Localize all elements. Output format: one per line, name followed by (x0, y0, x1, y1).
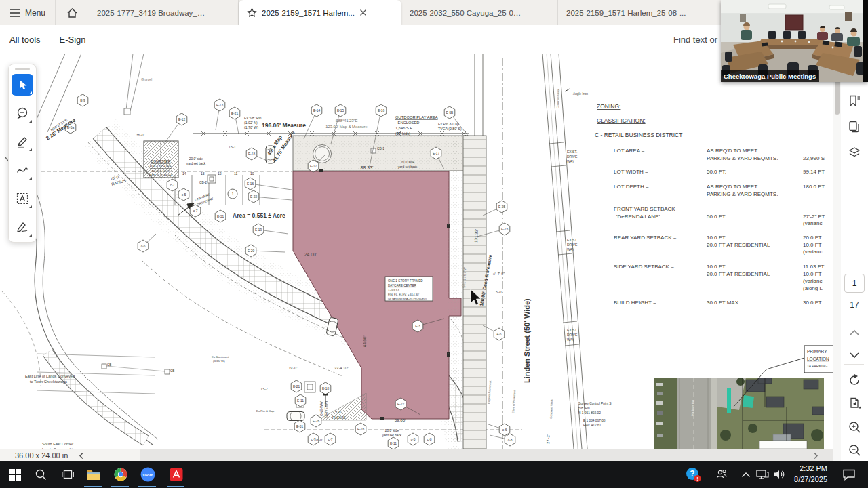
svg-text:E-16: E-16 (247, 182, 254, 186)
home-button[interactable] (55, 0, 89, 25)
scroll-right-icon[interactable] (812, 452, 819, 460)
svg-text:(varianc: (varianc (803, 249, 822, 255)
svg-text:S01°17'57"W: S01°17'57"W (462, 267, 467, 288)
page-thumbnails-button[interactable] (846, 119, 863, 135)
page-number-input[interactable]: 1 (844, 274, 865, 293)
svg-text:TVGA (0.80' S): TVGA (0.80' S) (438, 127, 462, 131)
people-tray-icon[interactable] (713, 466, 730, 483)
bookmarks-panel-button[interactable] (846, 93, 863, 109)
svg-text:196.06' Measure: 196.06' Measure (262, 122, 306, 129)
next-page-button[interactable] (846, 347, 863, 363)
svg-text:E-31: E-31 (296, 425, 303, 428)
svg-text:EXIST.: EXIST. (567, 238, 577, 242)
taskbar-clock[interactable]: 2:32 PM 8/27/2025 (794, 463, 827, 485)
svg-text:20.0 FT AT RESIDENTIAL: 20.0 FT AT RESIDENTIAL (707, 271, 770, 277)
svg-text:20.0' side: 20.0' side (189, 157, 203, 161)
svg-text:(MIN. 6'-0" HIGH): (MIN. 6'-0" HIGH) (149, 174, 173, 177)
svg-text:E-22: E-22 (250, 195, 257, 199)
support-assist-tray-icon[interactable]: ? ! (685, 466, 701, 483)
task-view-button[interactable] (60, 466, 76, 483)
chrome-button[interactable] (113, 466, 129, 483)
svg-text:WAY: WAY (567, 338, 574, 342)
palette-drag-handle[interactable] (15, 68, 30, 70)
file-explorer-button[interactable] (85, 466, 102, 483)
zoom-in-button[interactable] (846, 419, 863, 435)
taskbar-search-button[interactable] (33, 466, 49, 483)
text-box-tool[interactable] (12, 188, 33, 209)
layers-icon (848, 146, 861, 159)
zoom-out-icon (848, 443, 861, 457)
pdf-page-canvas[interactable]: ONE 1-STORY FRAMEDDAYCARE CENTER7,249 s.… (0, 54, 833, 449)
svg-text:50.0 FT: 50.0 FT (707, 214, 726, 220)
aerial-teal-marker (727, 388, 731, 413)
esign-button[interactable]: E-Sign (50, 35, 96, 45)
svg-text:c-5: c-5 (411, 438, 416, 441)
svg-text:Harlem Rd: Harlem Rd (690, 400, 695, 416)
svg-text:(varianc: (varianc (803, 220, 822, 226)
svg-text:E-21: E-21 (231, 112, 238, 115)
svg-text:E-11: E-11 (390, 442, 397, 445)
svg-text:CB: CB (107, 363, 111, 367)
select-tool[interactable] (12, 74, 33, 96)
svg-text:1: 1 (232, 192, 234, 196)
svg-text:(47 kids): (47 kids) (395, 131, 410, 136)
svg-text:18'-0": 18'-0" (314, 438, 323, 442)
text-box-icon (16, 192, 29, 205)
svg-text:E-16: E-16 (378, 109, 384, 113)
right-tool-rail: 1 17 (841, 54, 868, 461)
tab-document-1[interactable]: 2025-1777_3419 Broadway_25-... (89, 0, 239, 25)
comment-tool[interactable] (12, 102, 33, 124)
search-icon (35, 468, 47, 481)
all-tools-button[interactable]: All tools (0, 35, 50, 45)
svg-text:CB: CB (170, 369, 174, 373)
menu-button[interactable]: Menu (0, 0, 55, 25)
page-display-options-button[interactable] (846, 395, 863, 411)
svg-text:30.0 FT: 30.0 FT (803, 300, 822, 306)
acrobat-button[interactable] (168, 466, 184, 483)
network-tray-icon[interactable] (754, 466, 770, 483)
ceiling-light (829, 5, 844, 9)
find-text-field[interactable]: Find text or (673, 35, 717, 45)
close-icon[interactable] (359, 9, 367, 16)
start-button[interactable] (7, 466, 23, 483)
action-center-button[interactable] (841, 466, 857, 483)
svg-text:14 PARKING: 14 PARKING (807, 364, 827, 368)
zoom-out-button[interactable] (846, 442, 863, 458)
zoom-app-button[interactable]: zoom (140, 466, 156, 483)
draw-tool[interactable] (12, 159, 33, 181)
rotate-page-button[interactable] (846, 372, 863, 388)
layers-panel-button[interactable] (846, 144, 863, 161)
svg-text:AS REQ'D TO MEET: AS REQ'D TO MEET (707, 184, 757, 190)
collapse-panel-icon[interactable] (78, 452, 85, 460)
tab-document-2-active[interactable]: 2025-2159_1571 Harlem... (239, 0, 401, 26)
svg-text:zoom: zoom (142, 473, 153, 477)
svg-text:WAY: WAY (567, 159, 574, 163)
svg-text:10.0 FT: 10.0 FT (707, 264, 726, 270)
tab-document-3[interactable]: 2025-2032_550 Cayuga_25-06-... (401, 0, 558, 25)
svg-text:S88°41'23"E: S88°41'23"E (336, 119, 358, 123)
svg-text:5'-0": 5'-0" (496, 290, 502, 294)
star-icon[interactable] (247, 7, 257, 18)
snapshot-page-icon (848, 396, 861, 410)
previous-page-button[interactable] (846, 325, 863, 341)
speaker-icon (773, 469, 785, 480)
svg-text:E-15: E-15 (337, 109, 344, 113)
tray-expand-button[interactable] (738, 466, 754, 483)
svg-text:E-18: E-18 (248, 152, 255, 156)
svg-text:- ENCLOSED: - ENCLOSED (395, 121, 419, 125)
svg-text:11: 11 (234, 171, 237, 176)
fill-sign-tool[interactable] (12, 216, 33, 238)
file-explorer-icon (86, 468, 101, 481)
svg-text:131.33': 131.33' (473, 229, 479, 243)
freehand-draw-icon (16, 163, 29, 177)
meeting-video-overlay: Cheektowaga Public Meetings (721, 0, 868, 82)
pages-icon (848, 120, 861, 134)
svg-text:33'-4 1/2": 33'-4 1/2" (334, 366, 349, 370)
volume-tray-icon[interactable] (771, 466, 787, 483)
tab-document-4[interactable]: 2025-2159_1571 Harlem_25-08-... (558, 0, 722, 25)
svg-text:10: 10 (250, 171, 254, 176)
svg-text:LOCATION: LOCATION (807, 357, 829, 361)
highlight-tool[interactable] (12, 131, 33, 152)
svg-text:Survey Control Point S: Survey Control Point S (578, 402, 612, 405)
svg-text:Concrete Walk: Concrete Walk (556, 88, 560, 108)
